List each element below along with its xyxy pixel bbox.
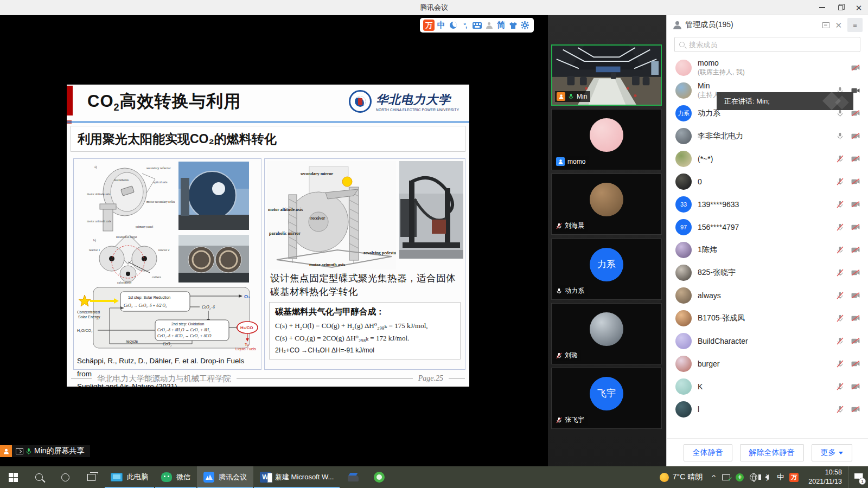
browser-360-icon[interactable] bbox=[366, 466, 392, 488]
close-button[interactable]: ✕ bbox=[850, 0, 868, 15]
member-mic-icon[interactable] bbox=[837, 337, 844, 345]
scanner-app-icon[interactable] bbox=[340, 466, 366, 488]
member-mic-icon[interactable] bbox=[837, 246, 844, 254]
member-row[interactable]: momo (联席主持人, 我) bbox=[667, 56, 868, 79]
restore-button[interactable] bbox=[831, 0, 850, 15]
member-camera-icon[interactable] bbox=[851, 133, 860, 139]
task-view-icon[interactable] bbox=[78, 466, 104, 488]
volume-icon[interactable] bbox=[760, 474, 774, 480]
member-mic-icon[interactable] bbox=[837, 406, 844, 413]
ime-skin-icon[interactable] bbox=[508, 20, 519, 31]
ime-settings-gear-icon[interactable] bbox=[520, 20, 531, 31]
video-tile[interactable]: 力系 动力系 bbox=[551, 239, 662, 300]
video-tile[interactable]: 飞宇 张飞宇 bbox=[551, 368, 662, 429]
member-row[interactable]: l bbox=[667, 398, 868, 421]
tray-expand-chevron-icon[interactable]: ^ bbox=[706, 474, 722, 480]
member-row[interactable]: BuildCharacter bbox=[667, 330, 868, 352]
ime-chinese-mode-icon[interactable]: 中 bbox=[436, 20, 446, 31]
member-camera-icon[interactable] bbox=[851, 406, 860, 413]
member-camera-icon[interactable] bbox=[851, 178, 860, 185]
member-camera-icon[interactable] bbox=[851, 65, 860, 71]
member-row[interactable]: K bbox=[667, 375, 868, 398]
member-camera-icon[interactable] bbox=[851, 156, 860, 162]
member-mic-icon[interactable] bbox=[837, 269, 844, 277]
taskbar-app-button[interactable]: W 微信 bbox=[155, 466, 197, 488]
video-tile[interactable]: Min bbox=[551, 44, 662, 106]
share-status-text: Min的屏幕共享 bbox=[34, 446, 85, 456]
start-button[interactable] bbox=[0, 466, 26, 488]
cortana-icon[interactable] bbox=[52, 466, 78, 488]
member-camera-icon[interactable] bbox=[851, 247, 860, 253]
screen-share-status: Min的屏幕共享 bbox=[0, 445, 90, 457]
svg-text:recycle: recycle bbox=[126, 339, 138, 344]
popout-panel-icon[interactable] bbox=[822, 22, 829, 28]
member-mic-icon[interactable] bbox=[837, 110, 844, 117]
sogou-logo-icon[interactable]: 万 bbox=[423, 20, 435, 31]
sharer-badge-icon bbox=[0, 445, 12, 457]
taskbar-app-button[interactable]: W 此电脑 bbox=[104, 466, 155, 488]
panel-menu-icon[interactable]: ≡ bbox=[847, 18, 863, 32]
clock[interactable]: 10:58 2021/11/13 bbox=[801, 468, 848, 486]
ime-fullhalf-moon-icon[interactable] bbox=[448, 20, 458, 31]
mute-all-button[interactable]: 全体静音 bbox=[684, 444, 732, 461]
ime-toolbar[interactable]: 万 中 °, 简 bbox=[420, 18, 534, 33]
member-row[interactable]: burger bbox=[667, 352, 868, 375]
member-mic-icon[interactable] bbox=[837, 292, 844, 299]
ime-punctuation-icon[interactable]: °, bbox=[459, 20, 470, 31]
action-center-icon[interactable]: 1 bbox=[848, 466, 868, 488]
member-camera-icon[interactable] bbox=[851, 383, 860, 390]
antivirus-icon[interactable]: + bbox=[733, 473, 746, 481]
equations-title: 碳基燃料共气化与甲醇合成： bbox=[275, 306, 455, 318]
ime-keyboard-icon[interactable] bbox=[471, 20, 482, 31]
member-row[interactable]: B1705-张成凤 bbox=[667, 307, 868, 330]
weather-widget[interactable]: 7°C 晴朗 bbox=[654, 472, 708, 482]
member-list[interactable]: momo (联席主持人, 我) Min (主持人) bbox=[667, 56, 868, 436]
member-row[interactable]: 97 156****4797 bbox=[667, 216, 868, 239]
ime-simplified-icon[interactable]: 简 bbox=[496, 20, 507, 31]
search-input[interactable] bbox=[688, 40, 856, 49]
member-mic-icon[interactable] bbox=[837, 223, 844, 231]
member-mic-icon[interactable] bbox=[837, 132, 844, 140]
member-row[interactable]: 33 139****9633 bbox=[667, 193, 868, 216]
member-mic-icon[interactable] bbox=[837, 314, 844, 322]
sogou-tray-icon[interactable]: 万 bbox=[787, 473, 801, 482]
member-search-box[interactable] bbox=[674, 37, 860, 52]
member-camera-icon[interactable] bbox=[851, 201, 860, 208]
member-mic-icon[interactable] bbox=[837, 201, 844, 208]
unmute-all-button[interactable]: 解除全体静音 bbox=[740, 444, 804, 461]
taskbar-app-button[interactable]: W 腾讯会议 bbox=[197, 466, 253, 488]
ime-account-icon[interactable] bbox=[484, 20, 495, 31]
member-row[interactable]: 825-张晓宇 bbox=[667, 261, 868, 284]
member-row[interactable]: 0 bbox=[667, 170, 868, 193]
member-row[interactable]: 1陈炜 bbox=[667, 239, 868, 261]
panel-header: 管理成员(195) ✕ ≡ bbox=[667, 15, 868, 35]
video-tile[interactable]: 刘海晨 bbox=[551, 174, 662, 235]
minimize-button[interactable] bbox=[813, 0, 831, 15]
member-row[interactable]: (*~*) bbox=[667, 147, 868, 170]
member-camera-icon[interactable] bbox=[851, 315, 860, 322]
member-name: momo bbox=[698, 59, 829, 67]
member-row[interactable]: always bbox=[667, 284, 868, 307]
video-tile[interactable]: 刘璐 bbox=[551, 303, 662, 364]
svg-text:secondary reflector: secondary reflector bbox=[146, 166, 171, 170]
tile-avatar bbox=[590, 312, 623, 346]
member-camera-icon[interactable] bbox=[851, 292, 860, 299]
member-mic-icon[interactable] bbox=[837, 178, 844, 185]
ime-mode-indicator[interactable]: 中 bbox=[774, 472, 787, 482]
members-icon bbox=[673, 21, 681, 29]
taskbar-app-button[interactable]: W 新建 Microsoft W... bbox=[253, 466, 340, 488]
member-row[interactable]: 李非华北电力 bbox=[667, 125, 868, 147]
taskbar-search-icon[interactable] bbox=[26, 466, 52, 488]
more-button[interactable]: 更多 bbox=[812, 444, 852, 461]
member-camera-icon[interactable] bbox=[851, 361, 860, 367]
member-camera-icon[interactable] bbox=[851, 269, 860, 276]
member-camera-icon[interactable] bbox=[851, 110, 860, 117]
member-mic-icon[interactable] bbox=[837, 155, 844, 163]
slide-left-figure-panel: a) instruments secondary reflector optic… bbox=[73, 158, 261, 370]
member-mic-icon[interactable] bbox=[837, 383, 844, 390]
close-panel-icon[interactable]: ✕ bbox=[835, 21, 842, 29]
member-camera-icon[interactable] bbox=[851, 224, 860, 230]
member-mic-icon[interactable] bbox=[837, 360, 844, 368]
video-tile[interactable]: momo bbox=[551, 109, 662, 170]
member-camera-icon[interactable] bbox=[851, 338, 860, 344]
